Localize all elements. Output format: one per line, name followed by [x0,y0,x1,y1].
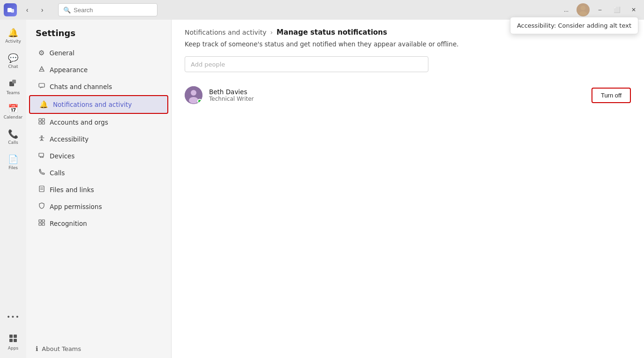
settings-title: Settings [26,20,171,45]
forward-button[interactable]: › [36,3,49,16]
settings-sidebar: Settings ⚙ General Appearance Chats and … [26,20,172,358]
add-people-field[interactable]: Add people [185,56,428,72]
settings-item-app-permissions[interactable]: App permissions [29,198,168,215]
apps-icon [9,334,17,344]
settings-item-chats-label: Chats and channels [50,83,112,90]
about-teams-link[interactable]: ℹ About Teams [26,339,171,358]
teams-icon [8,78,18,89]
nav-arrows: ‹ › [21,3,49,16]
settings-item-general[interactable]: ⚙ General [29,45,168,61]
sidebar-item-teams-label: Teams [7,90,20,95]
svg-rect-19 [39,223,41,225]
person-info: Beth Davies Technical Writer [209,88,585,102]
app-body: 🔔 Activity 💬 Chat Teams 📅 Calendar 📞 Cal… [0,20,644,358]
info-icon: ℹ [36,345,38,352]
sidebar-item-activity[interactable]: 🔔 Activity [2,23,24,48]
sidebar-item-apps[interactable]: Apps [2,330,24,354]
svg-point-14 [41,136,43,137]
more-options-button[interactable]: ... [560,3,573,16]
notifications-icon: 🔔 [39,100,48,109]
status-online-dot [197,99,202,104]
user-avatar[interactable] [577,3,590,16]
settings-item-recognition[interactable]: Recognition [29,215,168,232]
maximize-button[interactable]: ⬜ [610,3,623,16]
chat-icon: 💬 [8,53,18,63]
calls-icon: 📞 [8,129,18,139]
person-role: Technical Writer [209,96,585,102]
sidebar-item-files[interactable]: 📄 Files [2,150,24,174]
files-settings-icon [38,186,45,194]
sidebar-item-chat-label: Chat [8,64,18,69]
svg-rect-4 [12,80,16,83]
svg-rect-5 [9,335,13,338]
svg-rect-9 [39,83,45,87]
search-bar[interactable]: 🔍 [58,3,157,16]
settings-item-accessibility-label: Accessibility [50,135,89,143]
svg-point-23 [189,97,198,104]
svg-rect-10 [39,119,41,121]
recognition-icon [38,219,45,228]
settings-item-accessibility[interactable]: Accessibility [29,131,168,148]
title-bar-left: ‹ › 🔍 [4,3,163,16]
breadcrumb-parent[interactable]: Notifications and activity [185,29,266,36]
left-nav: 🔔 Activity 💬 Chat Teams 📅 Calendar 📞 Cal… [0,20,26,358]
breadcrumb-chevron-icon: › [270,29,273,36]
search-input[interactable] [74,7,152,14]
settings-item-chats[interactable]: Chats and channels [29,78,168,95]
settings-item-accounts[interactable]: Accounts and orgs [29,114,168,131]
settings-item-notifications-label: Notifications and activity [53,101,132,108]
sidebar-item-files-label: Files [8,165,18,170]
minimize-button[interactable]: – [593,3,607,16]
svg-rect-8 [14,339,17,342]
general-icon: ⚙ [38,49,45,57]
svg-point-2 [579,11,587,16]
accounts-icon [38,118,45,127]
title-bar-right: ... – ⬜ ✕ [560,3,640,16]
settings-item-files[interactable]: Files and links [29,181,168,198]
sidebar-item-calls-label: Calls [8,140,18,145]
settings-item-accounts-label: Accounts and orgs [50,119,108,126]
settings-item-files-label: Files and links [50,186,94,194]
svg-rect-15 [39,153,44,157]
svg-rect-18 [42,220,45,222]
turn-off-button[interactable]: Turn off [592,88,631,103]
search-icon: 🔍 [63,7,71,14]
sidebar-item-chat[interactable]: 💬 Chat [2,49,24,73]
svg-rect-12 [39,122,41,124]
sidebar-item-calendar[interactable]: 📅 Calendar [2,99,24,124]
add-people-placeholder: Add people [191,61,225,68]
activity-icon: 🔔 [8,28,18,37]
chats-icon [38,82,45,91]
sidebar-item-calls[interactable]: 📞 Calls [2,125,24,149]
settings-item-appearance[interactable]: Appearance [29,61,168,78]
page-description: Keep track of someone's status and get n… [185,40,631,48]
accessibility-tooltip: Accessibility: Consider adding alt text [510,17,638,34]
svg-rect-17 [39,220,41,222]
appearance-icon [38,66,45,74]
devices-icon [38,152,45,160]
settings-item-notifications[interactable]: 🔔 Notifications and activity [29,95,168,114]
app-permissions-icon [38,202,45,211]
calendar-icon: 📅 [8,104,18,113]
settings-item-calls-label: Calls [50,169,65,177]
svg-rect-7 [9,339,13,342]
sidebar-item-calendar-label: Calendar [4,115,22,119]
more-icon: ••• [7,313,20,321]
sidebar-item-teams[interactable]: Teams [2,74,24,98]
close-button[interactable]: ✕ [627,3,640,16]
settings-item-general-label: General [49,49,74,57]
settings-item-calls[interactable]: Calls [29,164,168,181]
main-content: Notifications and activity › Manage stat… [172,20,644,358]
back-button[interactable]: ‹ [21,3,34,16]
sidebar-item-more[interactable]: ••• [2,305,24,329]
svg-rect-6 [14,335,17,338]
teams-logo-icon [4,3,17,16]
svg-rect-20 [42,223,45,225]
person-name: Beth Davies [209,88,585,96]
settings-item-devices[interactable]: Devices [29,148,168,164]
svg-rect-13 [42,122,45,124]
about-teams-label: About Teams [42,345,81,352]
content-area: Keep track of someone's status and get n… [172,40,644,358]
sidebar-item-activity-label: Activity [5,39,21,44]
settings-item-app-permissions-label: App permissions [50,203,102,210]
